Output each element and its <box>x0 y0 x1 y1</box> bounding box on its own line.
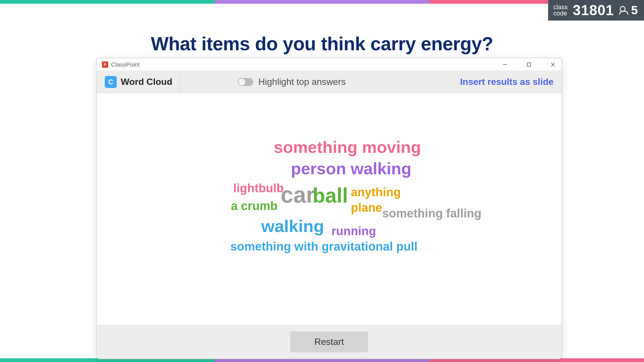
highlight-label: Highlight top answers <box>258 77 346 87</box>
class-code-label: class code <box>553 4 567 17</box>
word-cloud-word[interactable]: plane <box>351 202 382 214</box>
activity-mode-label: Word Cloud <box>121 77 172 87</box>
slide-headline: What items do you think carry energy? <box>0 33 644 55</box>
minimize-button[interactable] <box>502 61 508 68</box>
word-cloud-word[interactable]: running <box>331 225 376 237</box>
window-controls <box>502 61 556 68</box>
top-color-stripe <box>0 0 644 4</box>
dialog-titlebar: ClassPoint <box>97 58 562 71</box>
word-cloud-word[interactable]: a crumb <box>231 200 277 212</box>
word-cloud-word[interactable]: lightbulb <box>233 182 284 194</box>
restart-button[interactable]: Restart <box>290 331 368 352</box>
word-cloud-word[interactable]: ball <box>313 185 348 206</box>
classpoint-icon: C <box>105 76 117 88</box>
highlight-toggle-group: Highlight top answers <box>238 77 346 87</box>
word-cloud-word[interactable]: walking <box>261 218 324 235</box>
participant-count-value: 5 <box>631 3 638 17</box>
dialog-footer: Restart <box>97 325 562 359</box>
insert-results-button[interactable]: Insert results as slide <box>460 77 554 87</box>
word-cloud-word[interactable]: anything <box>351 186 401 198</box>
word-cloud-word[interactable]: person walking <box>291 160 411 177</box>
people-icon <box>619 6 629 15</box>
activity-mode: C Word Cloud <box>105 71 181 93</box>
class-code-badge[interactable]: class code 31801 5 <box>548 0 644 21</box>
class-label-line1: class <box>553 4 567 10</box>
word-cloud-word[interactable]: something with gravitational pull <box>230 241 418 253</box>
word-cloud-word[interactable]: car <box>281 183 315 206</box>
maximize-button[interactable] <box>526 61 532 68</box>
stripe-purple <box>215 0 429 4</box>
class-code-value: 31801 <box>573 2 614 19</box>
word-cloud-word[interactable]: something moving <box>274 139 421 155</box>
dialog-app-name: ClassPoint <box>111 61 140 68</box>
participant-count: 5 <box>619 3 638 17</box>
word-cloud-word[interactable]: something falling <box>382 207 482 219</box>
highlight-toggle[interactable] <box>238 78 253 86</box>
svg-rect-1 <box>527 63 531 66</box>
dialog-toolbar: C Word Cloud Highlight top answers Inser… <box>97 71 562 93</box>
word-cloud-canvas: something movingperson walkinglightbulbc… <box>97 93 562 325</box>
close-button[interactable] <box>550 61 556 68</box>
classpoint-dialog: ClassPoint C Word Cloud Highlight top an… <box>96 58 562 359</box>
stripe-teal <box>0 0 215 4</box>
class-label-line2: code <box>553 10 567 17</box>
powerpoint-icon <box>102 61 108 68</box>
